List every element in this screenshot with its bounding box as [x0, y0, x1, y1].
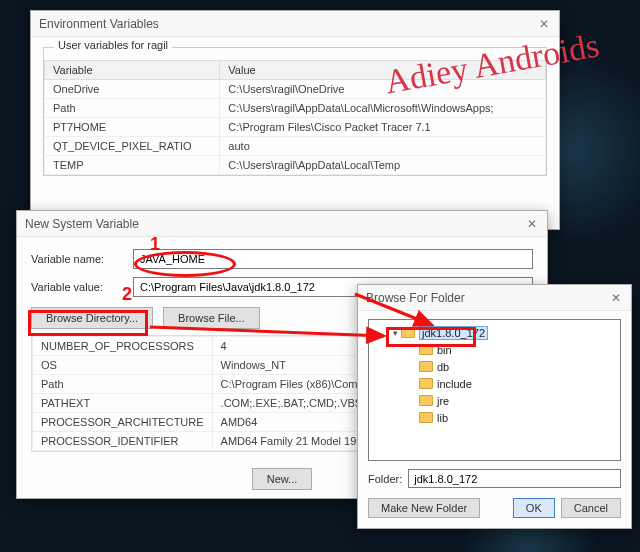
window-title: Environment Variables — [39, 17, 537, 31]
close-icon[interactable]: ✕ — [609, 291, 623, 305]
folder-icon — [419, 344, 433, 355]
close-icon[interactable]: ✕ — [525, 217, 539, 231]
browse-for-folder-window: Browse For Folder ✕ ▾jdk1.8.0_172bindbin… — [357, 284, 632, 529]
ok-button[interactable]: OK — [513, 498, 555, 518]
titlebar: Browse For Folder ✕ — [358, 285, 631, 311]
new-button[interactable]: New... — [252, 468, 313, 490]
user-vars-group-label: User variables for ragil — [54, 39, 172, 51]
cancel-button[interactable]: Cancel — [561, 498, 621, 518]
tree-item[interactable]: db — [371, 358, 618, 375]
tree-item[interactable]: lib — [371, 409, 618, 426]
window-title: New System Variable — [25, 217, 525, 231]
folder-input[interactable] — [408, 469, 621, 488]
user-vars-table: Variable Value OneDriveC:\Users\ragil\On… — [44, 60, 546, 175]
tree-item[interactable]: ▾jdk1.8.0_172 — [371, 324, 618, 341]
browse-directory-button[interactable]: Browse Directory... — [31, 307, 153, 329]
table-row[interactable]: PathC:\Users\ragil\AppData\Local\Microso… — [45, 99, 546, 118]
folder-icon — [419, 378, 433, 389]
titlebar: New System Variable ✕ — [17, 211, 547, 237]
folder-icon — [419, 361, 433, 372]
tree-item[interactable]: bin — [371, 341, 618, 358]
table-row[interactable]: QT_DEVICE_PIXEL_RATIOauto — [45, 137, 546, 156]
variable-value-label: Variable value: — [31, 281, 123, 293]
environment-variables-window: Environment Variables ✕ User variables f… — [30, 10, 560, 230]
table-row[interactable]: PT7HOMEC:\Program Files\Cisco Packet Tra… — [45, 118, 546, 137]
close-icon[interactable]: ✕ — [537, 17, 551, 31]
table-row[interactable]: OneDriveC:\Users\ragil\OneDrive — [45, 80, 546, 99]
make-new-folder-button[interactable]: Make New Folder — [368, 498, 480, 518]
folder-icon — [419, 395, 433, 406]
browse-file-button[interactable]: Browse File... — [163, 307, 260, 329]
variable-name-label: Variable name: — [31, 253, 123, 265]
window-title: Browse For Folder — [366, 291, 609, 305]
col-variable[interactable]: Variable — [45, 61, 220, 80]
table-row[interactable]: TEMPC:\Users\ragil\AppData\Local\Temp — [45, 156, 546, 175]
col-value[interactable]: Value — [220, 61, 546, 80]
tree-item[interactable]: jre — [371, 392, 618, 409]
folder-icon — [419, 412, 433, 423]
tree-item[interactable]: include — [371, 375, 618, 392]
folder-tree[interactable]: ▾jdk1.8.0_172bindbincludejrelib — [368, 319, 621, 461]
folder-label: Folder: — [368, 473, 402, 485]
folder-icon — [401, 327, 415, 338]
variable-name-input[interactable] — [133, 249, 533, 269]
titlebar: Environment Variables ✕ — [31, 11, 559, 37]
